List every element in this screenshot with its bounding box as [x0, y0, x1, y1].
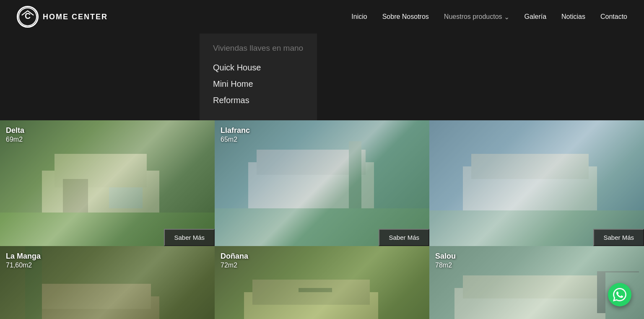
grid-item-bg — [0, 120, 215, 246]
dropdown-item-mini-home[interactable]: Mini Home — [213, 76, 304, 92]
nav-noticias[interactable]: Noticias — [561, 13, 585, 21]
dropdown-item-quick-house[interactable]: Quick House — [213, 60, 304, 76]
nav-inicio[interactable]: Inicio — [351, 13, 367, 21]
grid-item-bg — [429, 246, 644, 319]
dropdown-category-label: Viviendas llaves en mano — [213, 43, 304, 60]
item-name: Salou — [435, 252, 456, 261]
item-size: 65m2 — [221, 136, 250, 143]
header: C HOME CENTER Inicio Sobre Nosotros Nues… — [0, 0, 644, 34]
item-name: Delta — [6, 126, 24, 135]
saber-mas-delta[interactable]: Saber Más — [164, 229, 215, 246]
dropdown-menu: Viviendas llaves en mano Quick House Min… — [200, 34, 317, 120]
svg-rect-25 — [299, 288, 332, 292]
item-size: 71,60m2 — [6, 262, 41, 269]
saber-mas-llafranc[interactable]: Saber Más — [379, 229, 429, 246]
logo[interactable]: C HOME CENTER — [17, 6, 108, 28]
item-size: 78m2 — [435, 262, 456, 269]
chevron-down-icon: ⌄ — [504, 13, 509, 21]
svg-rect-30 — [597, 271, 605, 313]
nav-sobre-nosotros[interactable]: Sobre Nosotros — [382, 13, 429, 21]
svg-rect-6 — [109, 187, 143, 208]
item-info-lamanga: La Manga 71,60m2 — [6, 252, 41, 269]
grid-item-llafranc[interactable]: Llafranc 65m2 Saber Más — [215, 120, 429, 246]
item-size: 69m2 — [6, 136, 24, 143]
svg-rect-19 — [42, 284, 151, 309]
item-name: La Manga — [6, 252, 41, 261]
saber-mas-third[interactable]: Saber Más — [593, 229, 644, 246]
item-name: Doñana — [221, 252, 248, 261]
item-info-donana: Doñana 72m2 — [221, 252, 248, 269]
svg-rect-5 — [63, 179, 88, 213]
item-info-delta: Delta 69m2 — [6, 126, 24, 143]
whatsapp-button[interactable] — [608, 283, 631, 306]
grid-item-third[interactable]: Saber Más — [429, 120, 644, 246]
logo-icon: C — [17, 6, 39, 28]
gallery-grid: Delta 69m2 Saber Más Llafranc 65m2 Saber… — [0, 120, 644, 319]
item-size: 72m2 — [221, 262, 248, 269]
grid-item-salou[interactable]: Salou 78m2 Saber Más — [429, 246, 644, 319]
nav-nuestros-productos[interactable]: Nuestros productos ⌄ — [444, 13, 509, 21]
item-info-salou: Salou 78m2 — [435, 252, 456, 269]
svg-rect-15 — [471, 154, 589, 179]
svg-rect-31 — [605, 271, 639, 272]
grid-item-delta[interactable]: Delta 69m2 Saber Más — [0, 120, 215, 246]
grid-item-lamanga[interactable]: La Manga 71,60m2 Saber Más — [0, 246, 215, 319]
grid-item-donana[interactable]: Doñana 72m2 Saber Más — [215, 246, 429, 319]
main-nav: Inicio Sobre Nosotros Nuestros productos… — [351, 13, 627, 21]
item-info-llafranc: Llafranc 65m2 — [221, 126, 250, 143]
svg-rect-29 — [463, 275, 597, 298]
dropdown-item-reformas[interactable]: Reformas — [213, 92, 304, 109]
item-name: Llafranc — [221, 126, 250, 135]
nav-contacto[interactable]: Contacto — [600, 13, 627, 21]
logo-text: HOME CENTER — [43, 13, 108, 21]
nav-galeria[interactable]: Galería — [525, 13, 546, 21]
grid-item-bg — [429, 120, 644, 246]
